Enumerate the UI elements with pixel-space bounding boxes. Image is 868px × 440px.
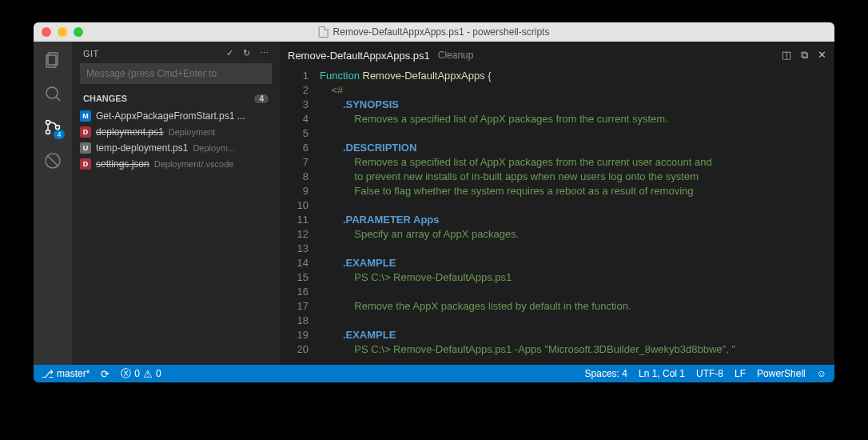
- commit-message-input[interactable]: [80, 63, 272, 84]
- svg-line-3: [56, 97, 60, 101]
- change-filename: settings.json: [96, 158, 149, 170]
- change-filename: temp-deployment.ps1: [96, 142, 188, 154]
- titlebar: Remove-DefaultAppxApps.ps1 - powershell-…: [34, 22, 834, 42]
- change-filename: deployment.ps1: [96, 126, 164, 138]
- show-changes-icon[interactable]: ⧉: [801, 49, 808, 62]
- debug-icon[interactable]: [42, 150, 63, 171]
- window-title: Remove-DefaultAppxApps.ps1 - powershell-…: [319, 26, 550, 38]
- more-icon[interactable]: ⋯: [260, 48, 269, 58]
- change-row[interactable]: Utemp-deployment.ps1Deploym...: [72, 140, 280, 156]
- language-indicator[interactable]: PowerShell: [757, 368, 806, 379]
- vscode-window: Remove-DefaultAppxApps.ps1 - powershell-…: [34, 22, 834, 382]
- change-path: Deployment/.vscode: [154, 159, 234, 169]
- sync-button[interactable]: ⟳: [101, 368, 109, 380]
- status-badge: M: [80, 110, 91, 122]
- changes-header[interactable]: CHANGES 4: [72, 90, 280, 106]
- change-path: Deployment: [169, 127, 216, 137]
- problems-indicator[interactable]: ⓧ0 ⚠0: [121, 366, 161, 381]
- eol-indicator[interactable]: LF: [735, 368, 746, 379]
- commit-icon[interactable]: ✓: [226, 48, 233, 58]
- close-tab-icon[interactable]: ✕: [818, 49, 826, 62]
- window-title-text: Remove-DefaultAppxApps.ps1 - powershell-…: [333, 26, 550, 38]
- source-text[interactable]: Function Remove-DefaultAppxApps { <# .SY…: [320, 69, 834, 365]
- sync-icon: ⟳: [101, 368, 109, 380]
- minimize-window-button[interactable]: [58, 27, 67, 37]
- change-path: Deploym...: [193, 143, 235, 153]
- maximize-window-button[interactable]: [74, 27, 83, 37]
- code-area[interactable]: 1234567891011121314151617181920 Function…: [280, 69, 834, 365]
- encoding-indicator[interactable]: UTF-8: [696, 368, 723, 379]
- sidebar-header: GIT ✓ ↻ ⋯: [72, 42, 280, 63]
- scm-badge: 4: [54, 130, 65, 139]
- svg-point-4: [46, 121, 50, 125]
- svg-point-2: [46, 87, 58, 98]
- sidebar-title: GIT: [83, 49, 99, 58]
- change-filename: Get-AppxPackageFromStart.ps1 ...: [96, 110, 245, 122]
- change-row[interactable]: Dsettings.jsonDeployment/.vscode: [72, 156, 280, 172]
- cursor-position[interactable]: Ln 1, Col 1: [639, 368, 685, 379]
- svg-line-8: [47, 155, 58, 166]
- change-row[interactable]: Ddeployment.ps1Deployment: [72, 124, 280, 140]
- branch-indicator[interactable]: ⎇master*: [42, 368, 90, 380]
- tab-filename[interactable]: Remove-DefaultAppxApps.ps1: [288, 50, 430, 62]
- feedback-icon[interactable]: ☺: [817, 368, 826, 379]
- activity-bar: 4: [34, 42, 72, 365]
- status-badge: D: [80, 158, 91, 170]
- sidebar: GIT ✓ ↻ ⋯ CHANGES 4 MGet-AppxPackageFrom…: [72, 42, 280, 365]
- branch-icon: ⎇: [42, 368, 54, 380]
- explorer-icon[interactable]: [42, 50, 63, 70]
- close-window-button[interactable]: [42, 27, 51, 37]
- changes-list: MGet-AppxPackageFromStart.ps1 ...Ddeploy…: [72, 106, 280, 174]
- error-icon: ⓧ: [121, 366, 131, 381]
- svg-point-6: [56, 126, 60, 130]
- status-badge: D: [80, 126, 91, 138]
- svg-point-5: [46, 130, 50, 134]
- status-bar: ⎇master* ⟳ ⓧ0 ⚠0 Spaces: 4 Ln 1, Col 1 U…: [34, 365, 834, 382]
- changes-count-badge: 4: [254, 94, 269, 103]
- line-numbers: 1234567891011121314151617181920: [280, 69, 320, 365]
- split-editor-icon[interactable]: ◫: [782, 49, 791, 62]
- tab-subtitle: Cleanup: [438, 50, 474, 61]
- file-icon: [319, 26, 328, 38]
- window-controls: [42, 27, 83, 37]
- sidebar-tools: ✓ ↻ ⋯: [226, 48, 269, 58]
- editor-tabbar: Remove-DefaultAppxApps.ps1 Cleanup ◫ ⧉ ✕: [280, 42, 834, 69]
- editor: Remove-DefaultAppxApps.ps1 Cleanup ◫ ⧉ ✕…: [280, 42, 834, 365]
- change-row[interactable]: MGet-AppxPackageFromStart.ps1 ...: [72, 108, 280, 124]
- warning-icon: ⚠: [143, 368, 153, 380]
- search-icon[interactable]: [42, 83, 63, 104]
- changes-label: CHANGES: [83, 94, 127, 103]
- indentation-indicator[interactable]: Spaces: 4: [585, 368, 627, 379]
- refresh-icon[interactable]: ↻: [243, 48, 250, 58]
- source-control-icon[interactable]: 4: [42, 117, 63, 138]
- status-badge: U: [80, 142, 91, 154]
